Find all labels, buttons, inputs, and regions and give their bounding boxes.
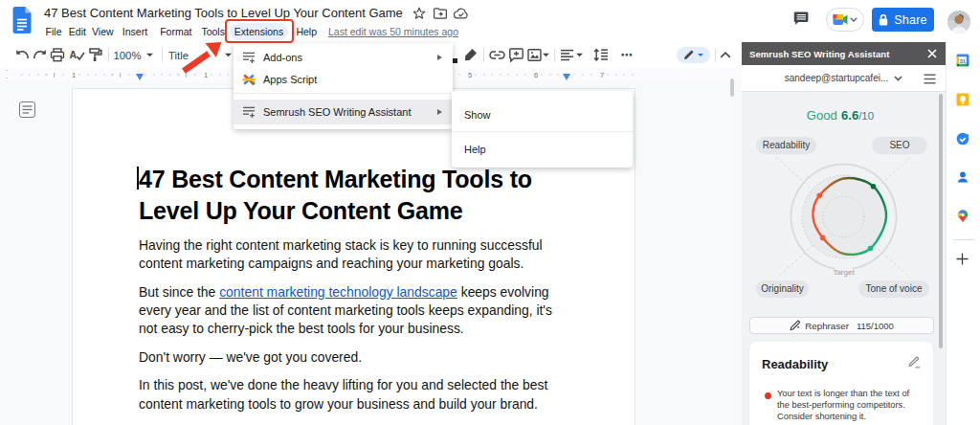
readability-card: Readability Your text is longer than the… (749, 342, 933, 425)
menu-file[interactable]: File (41, 23, 67, 40)
print-icon[interactable] (50, 42, 65, 68)
google-docs-logo-icon[interactable] (12, 7, 32, 34)
menu-item-apps-script[interactable]: Apps Script (234, 68, 453, 90)
gauge-target-label: Target (833, 268, 855, 277)
semrush-panel: Semrush SEO Writing Assistant sandeep@st… (742, 42, 946, 425)
text-cursor (137, 167, 139, 190)
menu-item-semrush[interactable]: Semrush SEO Writing Assistant (234, 100, 453, 124)
toolbar-separator (162, 48, 163, 62)
comment-history-icon[interactable] (793, 11, 810, 27)
top-bar: 47 Best Content Marketing Tools to Level… (0, 0, 980, 42)
document-title[interactable]: 47 Best Content Marketing Tools to Level… (44, 6, 403, 20)
keep-icon[interactable] (956, 93, 969, 106)
move-folder-icon[interactable] (434, 8, 447, 19)
close-icon[interactable] (927, 49, 937, 58)
profile-avatar[interactable] (947, 11, 970, 34)
contacts-icon[interactable] (956, 170, 969, 184)
menu-insert[interactable]: Insert (118, 23, 152, 40)
account-email[interactable]: sandeep@startupcafei... (785, 73, 889, 83)
menu-help[interactable]: Help (291, 23, 322, 40)
score-value: 6.6 (841, 108, 858, 123)
document-heading[interactable]: 47 Best Content Marketing Tools to Level… (139, 164, 565, 227)
maps-icon[interactable] (956, 210, 969, 223)
apps-script-icon (242, 73, 256, 86)
gauge-dot-seo (871, 184, 877, 190)
right-indent-marker[interactable] (563, 74, 570, 80)
last-edit-status[interactable]: Last edit was 50 minutes ago (328, 25, 458, 39)
get-add-ons-plus-icon[interactable] (955, 252, 969, 266)
annotation-highlight-box (225, 19, 294, 43)
undo-icon[interactable] (14, 42, 31, 68)
submenu-item-help[interactable]: Help (452, 132, 633, 167)
calendar-icon[interactable]: 31 (956, 54, 969, 67)
document-outline-icon[interactable] (19, 101, 35, 118)
document-scrollbar[interactable] (730, 78, 735, 97)
paragraph[interactable]: Don't worry — we've got you covered. (139, 348, 565, 367)
panel-hamburger-menu-icon[interactable] (924, 74, 936, 84)
gauge-dot-readability (816, 193, 822, 199)
account-chevron-down-icon[interactable] (894, 76, 902, 81)
editing-dropdown-chevron-icon (697, 53, 704, 57)
submenu-arrow-icon (437, 109, 442, 115)
zoom-dropdown-chevron-icon[interactable] (145, 42, 154, 68)
metric-pill-originality[interactable]: Originality (756, 280, 809, 298)
insert-image-icon[interactable] (527, 42, 542, 68)
share-button[interactable]: Share (872, 8, 934, 32)
paragraph[interactable]: In this post, we've done the heavy lifti… (139, 376, 565, 413)
editing-mode-button[interactable] (677, 47, 710, 63)
readability-card-title: Readability (762, 357, 828, 371)
star-icon[interactable] (412, 7, 426, 20)
toolbar-separator (483, 48, 484, 62)
rephraser-button[interactable]: Rephraser 115/1000 (749, 317, 934, 334)
lock-icon (879, 14, 888, 26)
hyperlink[interactable]: content marketing technology landscape (219, 284, 457, 300)
list-plus-icon (242, 51, 256, 64)
score-max: /10 (858, 110, 874, 122)
meet-button[interactable] (826, 8, 864, 32)
image-dropdown-chevron-icon[interactable] (542, 42, 550, 68)
add-comment-icon[interactable] (509, 42, 523, 68)
hide-menus-chevron-up-icon[interactable] (720, 42, 731, 68)
edit-pencil-icon[interactable] (908, 356, 921, 369)
toolbar-separator (554, 48, 555, 62)
cloud-saved-icon[interactable] (454, 8, 469, 19)
panel-title: Semrush SEO Writing Assistant (749, 49, 890, 59)
paragraph[interactable]: But since the content marketing technolo… (139, 283, 565, 339)
menu-item-add-ons[interactable]: Add-ons (234, 46, 453, 68)
rephraser-label: Rephraser (805, 321, 849, 331)
align-icon[interactable] (560, 42, 574, 68)
align-dropdown-chevron-icon[interactable] (575, 42, 584, 68)
panel-scrollbar[interactable] (939, 94, 943, 348)
spellcheck-icon[interactable]: A (69, 42, 85, 68)
svg-text:A: A (70, 49, 78, 60)
ruler-blank-end (637, 68, 742, 81)
rail-divider (953, 239, 974, 240)
overall-score: Good 6.6/10 (742, 107, 939, 123)
ruler-number: 5 (465, 71, 475, 79)
toolbar-more-icon[interactable]: ⋯ (617, 42, 636, 68)
paint-format-icon[interactable] (88, 42, 103, 68)
rephraser-pencil-icon (790, 320, 801, 331)
rephraser-usage: 115/1000 (857, 321, 894, 331)
line-spacing-icon[interactable] (593, 42, 609, 68)
toolbar-separator (715, 48, 716, 62)
score-quality-label: Good (807, 108, 837, 123)
annotation-arrow (180, 40, 226, 75)
score-gauge-chart: Target (767, 140, 921, 294)
metric-pill-tone-of-voice[interactable]: Tone of voice (858, 280, 929, 298)
tasks-icon[interactable] (956, 132, 969, 145)
paragraph[interactable]: Having the right content marketing stack… (139, 236, 565, 273)
ruler-number: 6 (531, 71, 541, 79)
insert-link-icon[interactable] (489, 42, 505, 68)
submenu-item-show[interactable]: Show (452, 99, 633, 131)
left-indent-marker[interactable] (136, 74, 144, 80)
menu-view[interactable]: View (87, 23, 119, 40)
menu-format[interactable]: Format (155, 23, 196, 40)
redo-icon[interactable] (32, 42, 48, 68)
page-content: 47 Best Content Marketing Tools to Level… (139, 164, 565, 423)
highlight-pen-icon[interactable] (463, 42, 479, 68)
issue-text: Your text is longer than the text of the… (777, 388, 917, 422)
issue-bullet (765, 392, 771, 399)
panel-header: Semrush SEO Writing Assistant (742, 42, 946, 65)
zoom-select[interactable]: 100% (113, 42, 142, 68)
